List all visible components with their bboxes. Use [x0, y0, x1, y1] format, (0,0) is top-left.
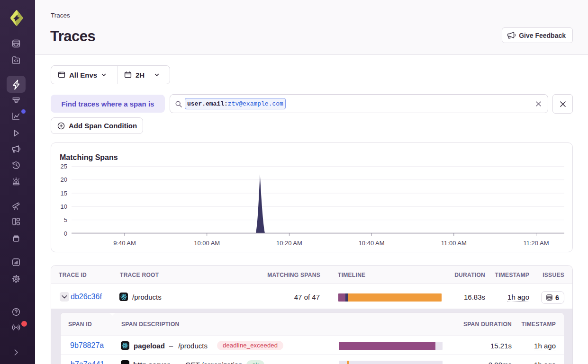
svg-text:20: 20 — [61, 176, 67, 183]
svg-text:11:20 AM: 11:20 AM — [524, 240, 549, 247]
svg-text:10:20 AM: 10:20 AM — [276, 240, 302, 247]
svg-text:9:40 AM: 9:40 AM — [113, 240, 136, 247]
svg-text:11:00 AM: 11:00 AM — [441, 240, 467, 247]
svg-text:25: 25 — [61, 163, 67, 170]
svg-text:10:00 AM: 10:00 AM — [194, 240, 220, 247]
svg-text:5: 5 — [64, 216, 67, 223]
svg-text:10: 10 — [61, 203, 67, 210]
svg-text:px: px — [122, 362, 128, 364]
svg-text:15: 15 — [61, 190, 67, 197]
svg-text:10:40 AM: 10:40 AM — [359, 240, 385, 247]
svg-text:0: 0 — [64, 230, 67, 237]
